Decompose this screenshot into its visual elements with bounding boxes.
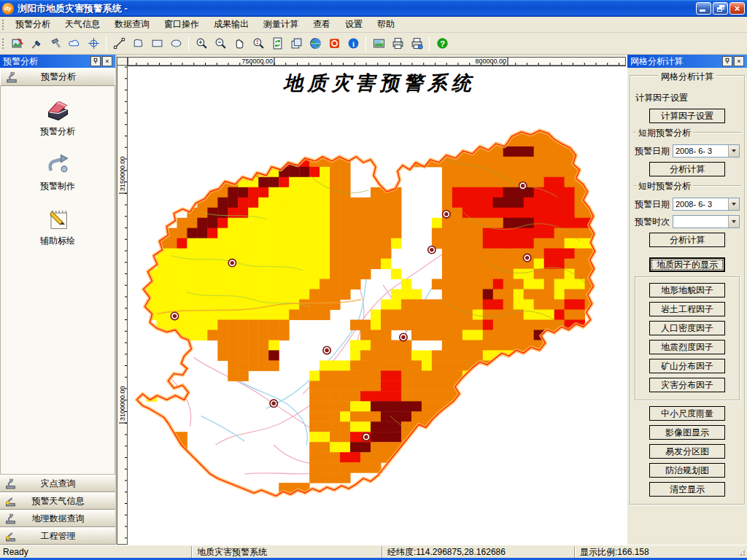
weather-icon [4, 495, 17, 508]
disaster-factor-button[interactable]: 灾害分布因子 [649, 378, 725, 392]
ruler-top: 750000.00800000.00 [128, 57, 626, 66]
cloud-draw-icon[interactable] [66, 35, 83, 52]
svg-text:800000.00: 800000.00 [475, 58, 506, 65]
menu-help[interactable]: 帮助 [370, 16, 402, 33]
rainfall-button[interactable]: 中小尺度雨量 [649, 406, 725, 421]
close-icon[interactable]: × [102, 56, 112, 66]
groupbox-legend: 网格分析计算 [658, 71, 716, 83]
short-term-analyze-button[interactable]: 分析计算 [649, 162, 725, 176]
item-label: 辅助标绘 [40, 235, 75, 247]
help-icon[interactable] [433, 35, 451, 52]
close-button[interactable]: × [729, 2, 745, 15]
chevron-down-icon[interactable] [728, 198, 739, 210]
item-warning-production[interactable]: 预警制作 [14, 151, 101, 192]
bar-label: 地理数据查询 [20, 513, 96, 525]
rectangle-tool-icon[interactable] [148, 35, 166, 52]
layers-copy-icon[interactable] [287, 35, 305, 52]
close-icon[interactable]: × [734, 56, 744, 66]
map-canvas[interactable]: 地质灾害预警系统 [128, 66, 626, 545]
info-icon[interactable] [344, 35, 362, 52]
item-label: 预警分析 [40, 125, 75, 138]
status-bar: Ready 地质灾害预警系统 经纬度:114.296875,28.162686 … [0, 545, 747, 558]
menu-data-query[interactable]: 数据查询 [107, 16, 157, 33]
toolbar-separator [365, 36, 366, 51]
bar-warning-weather-info[interactable]: 预警天气信息 [0, 492, 115, 510]
status-ready: Ready [0, 546, 191, 558]
clear-display-button[interactable]: 清空显示 [649, 482, 725, 497]
polygon-tool-icon[interactable] [129, 35, 147, 52]
mine-factor-button[interactable]: 矿山分布因子 [649, 359, 725, 373]
menu-measure-calc[interactable]: 测量计算 [256, 16, 306, 33]
section-calc-factor: 计算因子设置 计算因子设置 [633, 85, 741, 123]
resize-grip[interactable] [737, 548, 746, 557]
make-tool-icon [44, 151, 71, 177]
menu-view[interactable]: 查看 [306, 16, 338, 33]
zoom-out-icon[interactable] [212, 35, 229, 52]
chevron-down-icon[interactable] [728, 216, 739, 228]
menu-bar: 预警分析 天气信息 数据查询 窗口操作 成果输出 测量计算 查看 设置 帮助 [0, 17, 747, 33]
globe-icon[interactable] [306, 35, 324, 52]
warning-date-label: 预警日期 [635, 145, 673, 158]
window-title: 浏阳市地质灾害预警系统 - [18, 2, 694, 15]
susceptibility-map-button[interactable]: 易发分区图 [649, 444, 725, 459]
menu-window-ops[interactable]: 窗口操作 [157, 16, 206, 33]
toolbar-separator [188, 36, 189, 51]
left-panel-title-bar: 预警分析 × [0, 55, 115, 68]
combo-value: 2008- 6- 3 [673, 147, 728, 155]
right-panel: 网格分析计算 × 网格分析计算 计算因子设置 计算因子设置 短期预警分析 预警日… [626, 55, 747, 545]
locate-crosshair-icon[interactable] [85, 35, 102, 52]
app-logo-icon: dy [2, 3, 14, 15]
pin-icon[interactable] [722, 56, 732, 66]
geo-factor-display-button[interactable]: 地质因子的显示 [649, 257, 725, 272]
zoom-extent-icon[interactable] [249, 35, 267, 52]
prevention-plan-button[interactable]: 防治规划图 [649, 463, 725, 478]
line-tool-icon[interactable] [110, 35, 128, 52]
stamp-icon [4, 513, 17, 525]
left-panel-header[interactable]: 预警分析 [0, 68, 115, 86]
chevron-down-icon[interactable] [728, 145, 739, 157]
toolbar-separator [429, 36, 430, 51]
hammer-tool-icon[interactable] [47, 35, 64, 52]
legend-map-icon[interactable] [370, 35, 387, 52]
seismic-factor-button[interactable]: 地震烈度因子 [649, 340, 725, 354]
map-edit-icon[interactable] [9, 35, 26, 52]
item-warning-analysis[interactable]: 预警分析 [14, 96, 101, 138]
title-bar[interactable]: dy 浏阳市地质灾害预警系统 - × [0, 0, 747, 17]
item-auxiliary-plotting[interactable]: 辅助标绘 [14, 206, 101, 247]
population-factor-button[interactable]: 人口密度因子 [649, 321, 725, 335]
terrain-factor-button[interactable]: 地形地貌因子 [649, 283, 725, 298]
menu-result-output[interactable]: 成果输出 [206, 16, 256, 33]
bar-disaster-point-query[interactable]: 灾点查询 [0, 475, 115, 492]
bar-label: 灾点查询 [20, 478, 96, 490]
menu-warning-analysis[interactable]: 预警分析 [8, 16, 58, 33]
restore-button[interactable] [713, 2, 728, 15]
calc-factor-settings-button[interactable]: 计算因子设置 [649, 109, 725, 123]
zoom-in-icon[interactable] [193, 35, 210, 52]
pan-hand-icon[interactable] [231, 35, 248, 52]
short-time-analyze-button[interactable]: 分析计算 [649, 233, 725, 247]
warning-date-combo2[interactable]: 2008- 6- 3 [673, 198, 740, 211]
print-icon[interactable] [389, 35, 406, 52]
ruler-corner [117, 57, 128, 66]
menu-settings[interactable]: 设置 [338, 16, 370, 33]
refresh-view-icon[interactable] [268, 35, 286, 52]
menubar-grip[interactable] [1, 19, 5, 31]
minimize-button[interactable] [696, 2, 711, 15]
record-stop-icon[interactable] [325, 35, 343, 52]
right-panel-title-bar: 网格分析计算 × [627, 55, 747, 68]
warning-date-combo[interactable]: 2008- 6- 3 [673, 144, 740, 158]
toolbar-grip[interactable] [1, 38, 5, 50]
print-preview-icon[interactable] [408, 35, 425, 52]
ellipse-tool-icon[interactable] [167, 35, 185, 52]
application-window: dy 浏阳市地质灾害预警系统 - × 预警分析 天气信息 数据查询 窗口操作 成… [0, 0, 747, 560]
bar-project-management[interactable]: 工程管理 [0, 527, 115, 545]
paint-brush-icon[interactable] [28, 35, 45, 52]
warning-time-combo[interactable] [673, 215, 740, 228]
geotech-factor-button[interactable]: 岩土工程因子 [649, 302, 725, 316]
pin-icon[interactable] [90, 56, 101, 66]
image-display-button[interactable]: 影像图显示 [649, 425, 725, 440]
bar-label: 工程管理 [20, 530, 96, 542]
menu-weather-info[interactable]: 天气信息 [58, 16, 107, 33]
section-label: 计算因子设置 [633, 92, 741, 104]
bar-geo-data-query[interactable]: 地理数据查询 [0, 510, 115, 527]
